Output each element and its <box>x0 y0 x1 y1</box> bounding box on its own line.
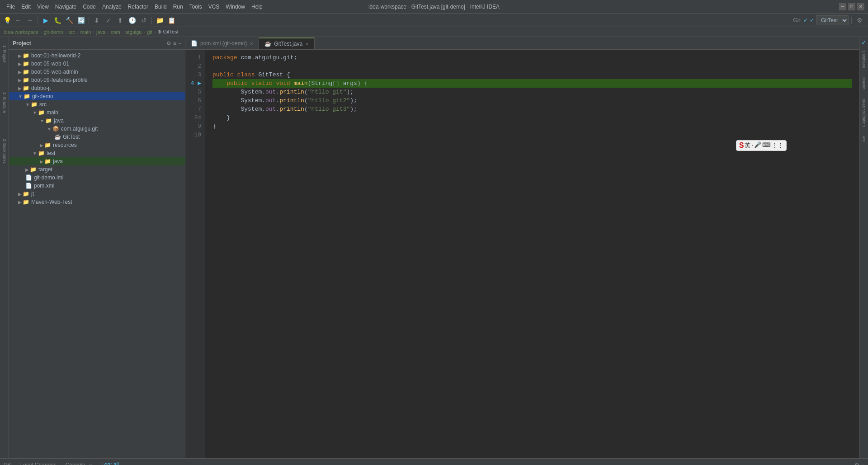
database-label[interactable]: Database <box>862 51 866 68</box>
tab-console[interactable]: Console ✕ <box>61 460 97 465</box>
menu-tools[interactable]: Tools <box>187 3 205 11</box>
right-strip-icon1[interactable]: ✓ <box>861 39 867 46</box>
debug-button[interactable]: 🐛 <box>52 15 62 25</box>
tree-item-java-main[interactable]: ▼ 📁 java <box>9 117 185 125</box>
menu-navigate[interactable]: Navigate <box>52 3 79 11</box>
tree-item-com-atguigu[interactable]: ▼ 📦 com.atguigu.git <box>9 125 185 133</box>
copy-path-button[interactable]: 📋 <box>166 15 176 25</box>
maximize-button[interactable]: □ <box>848 3 855 10</box>
menu-build[interactable]: Build <box>152 3 170 11</box>
vcs-revert-button[interactable]: ↺ <box>139 15 149 25</box>
tab-local-changes[interactable]: Local Changes <box>16 460 61 465</box>
vcs-commit-button[interactable]: ✓ <box>104 15 113 25</box>
bookmarks-icon[interactable]: 2: Bookmarks <box>0 133 9 169</box>
bean-validation-label[interactable]: Bean Validation <box>862 99 866 127</box>
settings-icon[interactable]: ⚙ <box>854 462 859 465</box>
menu-edit[interactable]: Edit <box>19 3 33 11</box>
menu-file[interactable]: File <box>4 3 18 11</box>
sogou-input-toolbar: S 英 · 🎤 ⌨ ⋮⋮ <box>736 140 787 151</box>
project-icon[interactable]: 1: Project <box>0 40 9 67</box>
breadcrumb-git[interactable]: git <box>147 29 152 35</box>
tree-item-gittest[interactable]: ☕ GitTest <box>9 133 185 141</box>
tree-item-java-test[interactable]: ▶ 📁 java <box>9 157 185 165</box>
minimize-icon[interactable]: − <box>861 462 864 465</box>
sogou-keyboard-icon[interactable]: ⌨ <box>762 141 771 150</box>
menu-vcs[interactable]: VCS <box>206 3 222 11</box>
tree-item-boot05webadmin[interactable]: ▶ 📁 boot-05-web-admin <box>9 68 185 76</box>
settings-button[interactable]: ⚙ <box>854 15 864 25</box>
xml-icon: 📄 <box>25 183 32 189</box>
close-button[interactable]: ✕ <box>857 3 864 10</box>
project-panel: Project ⚙ ≡ − ▶ 📁 boot-01-helloworld-2 ▶… <box>9 37 185 458</box>
breadcrumb-java[interactable]: java <box>96 29 105 35</box>
tree-item-iml[interactable]: 📄 git-demo.iml <box>9 174 185 182</box>
tree-item-boot09[interactable]: ▶ 📁 boot-09-features-profile <box>9 76 185 84</box>
tree-item-maven-web-test[interactable]: ▶ 📁 Maven-Web-Test <box>9 198 185 206</box>
folder-icon: 📁 <box>31 101 38 108</box>
tab-log-all[interactable]: Log: all <box>97 460 123 465</box>
tree-item-main[interactable]: ▼ 📁 main <box>9 108 185 117</box>
run-button[interactable]: ▶ <box>41 15 51 25</box>
open-in-button[interactable]: 📁 <box>155 15 165 25</box>
sogou-s-icon[interactable]: S <box>739 141 744 150</box>
menu-run[interactable]: Run <box>170 3 186 11</box>
cog-icon[interactable]: ⚙ <box>166 40 171 47</box>
close-panel-icon[interactable]: − <box>178 40 181 47</box>
structure-icon[interactable]: 2: Structure <box>0 87 9 118</box>
sogou-lang-icon[interactable]: 英 <box>745 141 750 150</box>
menu-analyze[interactable]: Analyze <box>99 3 124 11</box>
vcs-update-button[interactable]: ⬇ <box>92 15 102 25</box>
tree-label: git-demo.iml <box>34 174 63 181</box>
tab-gittest-java[interactable]: ☕ GitTest.java ✕ <box>259 38 315 49</box>
ant-label[interactable]: Ant <box>862 136 866 142</box>
tree-item-boot05web01[interactable]: ▶ 📁 boot-05-web-01 <box>9 60 185 68</box>
tree-label: target <box>38 166 52 173</box>
tree-item-dubbojt[interactable]: ▶ 📁 dubbo-jt <box>9 84 185 92</box>
tab-close-icon[interactable]: ✕ <box>250 41 253 46</box>
tree-item-jt[interactable]: ▶ 📁 jt <box>9 190 185 198</box>
minimize-button[interactable]: ─ <box>839 3 846 10</box>
menu-view[interactable]: View <box>34 3 52 11</box>
sogou-more-icon[interactable]: ⋮⋮ <box>772 141 783 150</box>
back-button[interactable]: ← <box>13 15 23 25</box>
tree-item-test[interactable]: ▼ 📁 test <box>9 149 185 157</box>
toolbar-separator <box>38 17 38 24</box>
tab-console-label: Console <box>66 462 85 465</box>
breadcrumb-main[interactable]: main <box>80 29 91 35</box>
tree-item-gitdemo[interactable]: ▼ 📁 git-demo <box>9 92 185 100</box>
breadcrumb-src[interactable]: src <box>68 29 75 35</box>
rebuild-button[interactable]: 🔄 <box>76 15 86 25</box>
tab-close-icon[interactable]: ✕ <box>305 42 309 47</box>
breadcrumb-git-demo[interactable]: git-demo <box>44 29 63 35</box>
breadcrumb-com[interactable]: com <box>111 29 120 35</box>
tree-item-target[interactable]: ▶ 📁 target <box>9 165 185 174</box>
settings-icon[interactable]: ≡ <box>173 40 176 47</box>
vcs-push-button[interactable]: ⬆ <box>115 15 125 25</box>
build-button[interactable]: 🔨 <box>64 15 74 25</box>
breadcrumb-root[interactable]: idea-workspace <box>4 29 38 35</box>
code-line-9: } <box>212 122 852 131</box>
breadcrumb-atguigu[interactable]: atguigu <box>125 29 142 35</box>
line-num-3: 3 <box>187 70 201 79</box>
tab-pom-xml[interactable]: 📄 pom.xml (git-demo) ✕ <box>185 38 259 49</box>
tree-item-pom[interactable]: 📄 pom.xml <box>9 182 185 190</box>
menu-help[interactable]: Help <box>249 3 265 11</box>
sogou-mic-icon[interactable]: 🎤 <box>754 141 761 150</box>
menu-window[interactable]: Window <box>223 3 248 11</box>
forward-button[interactable]: → <box>25 15 35 25</box>
console-close-icon[interactable]: ✕ <box>89 463 92 465</box>
breadcrumb-gittest[interactable]: ⊕ GitTest <box>157 29 178 35</box>
tree-item-src[interactable]: ▼ 📁 src <box>9 100 185 108</box>
maven-label[interactable]: Maven <box>862 77 866 89</box>
vcs-history-button[interactable]: 🕐 <box>127 15 137 25</box>
menu-code[interactable]: Code <box>80 3 99 11</box>
menu-refactor[interactable]: Refactor <box>125 3 151 11</box>
folder-icon: 📁 <box>23 69 29 75</box>
tree-item-resources[interactable]: ▶ 📁 resources <box>9 141 185 149</box>
tree-item-boot01[interactable]: ▶ 📁 boot-01-helloworld-2 <box>9 52 185 60</box>
code-content[interactable]: package com.atguigu.git; public class Gi… <box>205 50 859 458</box>
code-editor[interactable]: 1 2 3 4 ▶ 5 6 7 8◯ 9 10 package com.atgu… <box>185 50 859 458</box>
line-num-6: 6 <box>187 96 201 105</box>
chevron-icon: ▼ <box>40 118 44 123</box>
git-configuration-selector[interactable]: GitTest <box>816 15 849 25</box>
